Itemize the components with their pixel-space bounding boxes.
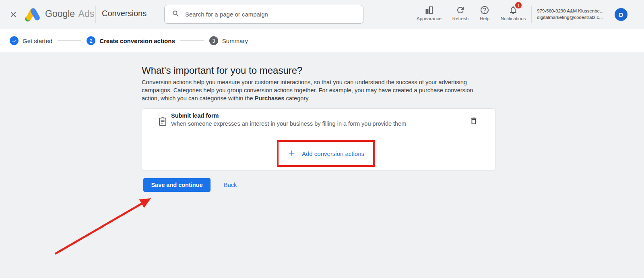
refresh-button[interactable]: Refresh	[448, 4, 473, 25]
card-divider	[142, 134, 495, 134]
step-number: 2	[87, 36, 95, 45]
step-connector	[58, 40, 81, 41]
account-email: digitalmarketing@codestratz.c...	[537, 14, 612, 21]
save-and-continue-button[interactable]: Save and continue	[143, 178, 211, 192]
account-info[interactable]: 979-560-9290 A&M Klussenbe... digitalmar…	[537, 8, 612, 21]
notifications-button[interactable]: ! Notifications	[497, 4, 529, 25]
conversion-action-title: Submit lead form	[171, 112, 219, 119]
refresh-label: Refresh	[452, 16, 469, 21]
google-ads-conversions-page: Google Ads Conversions Appearance	[0, 0, 644, 278]
search-input[interactable]	[185, 11, 346, 18]
refresh-icon	[456, 4, 465, 15]
search-box[interactable]	[164, 5, 363, 24]
step-connector	[180, 40, 204, 41]
brand-google: Google	[45, 8, 75, 19]
google-ads-logo-icon	[24, 7, 42, 23]
step-label: Summary	[222, 37, 248, 44]
delete-conversion-action-button[interactable]	[468, 116, 479, 127]
conversion-actions-card: Submit lead form When someone expresses …	[142, 108, 495, 171]
lead-form-icon	[158, 116, 167, 128]
main-content: What's important for you to measure? Con…	[0, 52, 644, 278]
page-description: Conversion actions help you measure your…	[142, 78, 492, 102]
annotation-highlight-box: Add conversion actions	[277, 140, 375, 167]
step-summary[interactable]: 3 Summary	[209, 36, 248, 45]
step-number: 3	[209, 36, 218, 45]
trash-icon	[469, 121, 478, 127]
step-get-started[interactable]: Get started	[10, 36, 52, 45]
step-complete-check-icon	[10, 36, 19, 45]
avatar[interactable]: D	[615, 8, 627, 21]
step-label: Get started	[23, 37, 52, 44]
topbar-divider	[95, 6, 96, 23]
help-icon	[480, 4, 489, 15]
search-icon	[172, 10, 180, 19]
conversion-action-description: When someone expresses an interest in yo…	[171, 120, 406, 127]
appearance-button[interactable]: Appearance	[414, 4, 444, 25]
description-bold-term: Purchases	[255, 95, 285, 102]
step-create-conversion-actions[interactable]: 2 Create conversion actions	[87, 36, 175, 45]
add-button-label: Add conversion actions	[302, 150, 364, 157]
account-id: 979-560-9290 A&M Klussenbe...	[537, 8, 612, 14]
back-button[interactable]: Back	[220, 178, 241, 192]
conversion-action-row: Submit lead form When someone expresses …	[142, 109, 495, 134]
notifications-icon: !	[508, 4, 518, 15]
close-icon	[9, 14, 18, 20]
stepper: Get started 2 Create conversion actions …	[0, 29, 644, 52]
brand-text: Google Ads	[45, 8, 94, 19]
notification-badge: !	[515, 2, 522, 8]
brand-ads: Ads	[78, 8, 95, 19]
topbar-divider	[531, 6, 532, 23]
appearance-label: Appearance	[417, 16, 442, 21]
close-button[interactable]	[8, 10, 19, 20]
notifications-label: Notifications	[501, 16, 526, 21]
appearance-icon	[424, 4, 434, 15]
help-button[interactable]: Help	[475, 4, 494, 25]
plus-icon	[287, 149, 296, 159]
add-conversion-actions-button[interactable]: Add conversion actions	[287, 149, 364, 159]
description-text: category.	[285, 95, 310, 102]
page-title: What's important for you to measure?	[142, 65, 302, 76]
top-bar: Google Ads Conversions Appearance	[0, 0, 644, 29]
section-title: Conversions	[102, 9, 147, 18]
step-label: Create conversion actions	[99, 37, 175, 44]
help-label: Help	[480, 16, 489, 21]
